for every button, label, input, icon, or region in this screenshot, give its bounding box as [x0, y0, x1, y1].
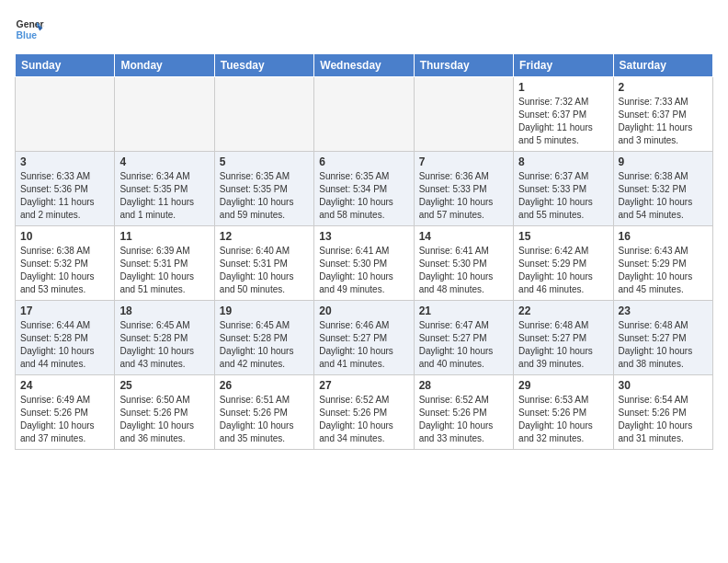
- day-info: Sunrise: 6:54 AM Sunset: 5:26 PM Dayligh…: [619, 394, 708, 445]
- calendar-cell: 3Sunrise: 6:33 AM Sunset: 5:36 PM Daylig…: [16, 152, 115, 226]
- day-info: Sunrise: 6:46 AM Sunset: 5:27 PM Dayligh…: [319, 319, 408, 371]
- day-info: Sunrise: 6:50 AM Sunset: 5:26 PM Dayligh…: [119, 394, 209, 445]
- week-row-4: 17Sunrise: 6:44 AM Sunset: 5:28 PM Dayli…: [16, 301, 713, 375]
- day-number: 15: [518, 230, 608, 243]
- day-number: 29: [518, 379, 608, 392]
- page-header: General Blue: [15, 15, 713, 44]
- day-info: Sunrise: 6:43 AM Sunset: 5:29 PM Dayligh…: [619, 245, 708, 296]
- day-number: 24: [20, 379, 109, 392]
- day-number: 22: [518, 304, 608, 317]
- calendar-cell: 13Sunrise: 6:41 AM Sunset: 5:30 PM Dayli…: [314, 226, 414, 301]
- day-number: 20: [319, 304, 408, 317]
- weekday-header-row: SundayMondayTuesdayWednesdayThursdayFrid…: [16, 54, 713, 77]
- calendar-cell: 12Sunrise: 6:40 AM Sunset: 5:31 PM Dayli…: [214, 226, 313, 301]
- calendar-cell: 26Sunrise: 6:51 AM Sunset: 5:26 PM Dayli…: [214, 375, 313, 450]
- calendar-cell: 5Sunrise: 6:35 AM Sunset: 5:35 PM Daylig…: [214, 152, 313, 226]
- day-number: 13: [319, 230, 408, 243]
- day-info: Sunrise: 6:52 AM Sunset: 5:26 PM Dayligh…: [319, 394, 408, 445]
- day-info: Sunrise: 6:48 AM Sunset: 5:27 PM Dayligh…: [619, 319, 708, 371]
- day-number: 30: [619, 379, 708, 392]
- day-number: 8: [518, 155, 608, 168]
- calendar-cell: 4Sunrise: 6:34 AM Sunset: 5:35 PM Daylig…: [115, 152, 214, 226]
- calendar-cell: 16Sunrise: 6:43 AM Sunset: 5:29 PM Dayli…: [613, 226, 712, 301]
- svg-text:Blue: Blue: [17, 30, 38, 40]
- day-number: 14: [419, 230, 508, 243]
- calendar-cell: 18Sunrise: 6:45 AM Sunset: 5:28 PM Dayli…: [115, 301, 214, 375]
- calendar-cell: 9Sunrise: 6:38 AM Sunset: 5:32 PM Daylig…: [613, 152, 712, 226]
- day-number: 7: [419, 155, 508, 168]
- day-info: Sunrise: 6:33 AM Sunset: 5:36 PM Dayligh…: [20, 170, 109, 222]
- calendar-cell: 27Sunrise: 6:52 AM Sunset: 5:26 PM Dayli…: [314, 375, 414, 450]
- day-number: 19: [220, 304, 309, 317]
- day-number: 25: [119, 379, 209, 392]
- day-number: 4: [119, 155, 209, 168]
- weekday-header-wednesday: Wednesday: [314, 54, 414, 77]
- day-number: 2: [619, 81, 708, 94]
- day-number: 16: [619, 230, 708, 243]
- day-info: Sunrise: 6:38 AM Sunset: 5:32 PM Dayligh…: [619, 170, 708, 222]
- calendar-cell: 15Sunrise: 6:42 AM Sunset: 5:29 PM Dayli…: [514, 226, 613, 301]
- day-number: 3: [20, 155, 109, 168]
- day-number: 6: [319, 155, 408, 168]
- day-number: 23: [619, 304, 708, 317]
- day-info: Sunrise: 7:33 AM Sunset: 6:37 PM Dayligh…: [619, 96, 708, 147]
- calendar-cell: 25Sunrise: 6:50 AM Sunset: 5:26 PM Dayli…: [115, 375, 214, 450]
- day-info: Sunrise: 6:38 AM Sunset: 5:32 PM Dayligh…: [20, 245, 109, 296]
- week-row-2: 3Sunrise: 6:33 AM Sunset: 5:36 PM Daylig…: [16, 152, 713, 226]
- calendar-cell: [115, 77, 214, 152]
- calendar-cell: 8Sunrise: 6:37 AM Sunset: 5:33 PM Daylig…: [514, 152, 613, 226]
- weekday-header-thursday: Thursday: [414, 54, 513, 77]
- week-row-3: 10Sunrise: 6:38 AM Sunset: 5:32 PM Dayli…: [16, 226, 713, 301]
- day-info: Sunrise: 6:35 AM Sunset: 5:34 PM Dayligh…: [319, 170, 408, 222]
- day-number: 5: [220, 155, 309, 168]
- day-number: 10: [20, 230, 109, 243]
- day-info: Sunrise: 6:49 AM Sunset: 5:26 PM Dayligh…: [20, 394, 109, 445]
- calendar-cell: 14Sunrise: 6:41 AM Sunset: 5:30 PM Dayli…: [414, 226, 513, 301]
- calendar-cell: 2Sunrise: 7:33 AM Sunset: 6:37 PM Daylig…: [613, 77, 712, 152]
- day-number: 18: [119, 304, 209, 317]
- day-info: Sunrise: 6:45 AM Sunset: 5:28 PM Dayligh…: [220, 319, 309, 371]
- weekday-header-saturday: Saturday: [613, 54, 712, 77]
- calendar-cell: 21Sunrise: 6:47 AM Sunset: 5:27 PM Dayli…: [414, 301, 513, 375]
- calendar-cell: 30Sunrise: 6:54 AM Sunset: 5:26 PM Dayli…: [613, 375, 712, 450]
- calendar-cell: 17Sunrise: 6:44 AM Sunset: 5:28 PM Dayli…: [16, 301, 115, 375]
- day-number: 11: [119, 230, 209, 243]
- day-info: Sunrise: 7:32 AM Sunset: 6:37 PM Dayligh…: [518, 96, 608, 147]
- day-info: Sunrise: 6:35 AM Sunset: 5:35 PM Dayligh…: [220, 170, 309, 222]
- day-info: Sunrise: 6:37 AM Sunset: 5:33 PM Dayligh…: [518, 170, 608, 222]
- weekday-header-sunday: Sunday: [16, 54, 115, 77]
- day-info: Sunrise: 6:36 AM Sunset: 5:33 PM Dayligh…: [419, 170, 508, 222]
- logo-icon: General Blue: [15, 15, 44, 44]
- day-number: 28: [419, 379, 508, 392]
- day-info: Sunrise: 6:51 AM Sunset: 5:26 PM Dayligh…: [220, 394, 309, 445]
- day-info: Sunrise: 6:40 AM Sunset: 5:31 PM Dayligh…: [220, 245, 309, 296]
- calendar-cell: 10Sunrise: 6:38 AM Sunset: 5:32 PM Dayli…: [16, 226, 115, 301]
- day-info: Sunrise: 6:53 AM Sunset: 5:26 PM Dayligh…: [518, 394, 608, 445]
- day-number: 9: [619, 155, 708, 168]
- weekday-header-monday: Monday: [115, 54, 214, 77]
- calendar-cell: [314, 77, 414, 152]
- calendar-cell: 6Sunrise: 6:35 AM Sunset: 5:34 PM Daylig…: [314, 152, 414, 226]
- day-info: Sunrise: 6:42 AM Sunset: 5:29 PM Dayligh…: [518, 245, 608, 296]
- logo: General Blue: [15, 15, 44, 44]
- calendar-cell: 1Sunrise: 7:32 AM Sunset: 6:37 PM Daylig…: [514, 77, 613, 152]
- calendar-cell: 19Sunrise: 6:45 AM Sunset: 5:28 PM Dayli…: [214, 301, 313, 375]
- calendar-cell: 7Sunrise: 6:36 AM Sunset: 5:33 PM Daylig…: [414, 152, 513, 226]
- calendar-cell: 23Sunrise: 6:48 AM Sunset: 5:27 PM Dayli…: [613, 301, 712, 375]
- day-number: 26: [220, 379, 309, 392]
- calendar-cell: [414, 77, 513, 152]
- day-info: Sunrise: 6:41 AM Sunset: 5:30 PM Dayligh…: [419, 245, 508, 296]
- day-info: Sunrise: 6:48 AM Sunset: 5:27 PM Dayligh…: [518, 319, 608, 371]
- day-number: 12: [220, 230, 309, 243]
- day-number: 17: [20, 304, 109, 317]
- day-number: 27: [319, 379, 408, 392]
- calendar-cell: [214, 77, 313, 152]
- calendar-cell: 24Sunrise: 6:49 AM Sunset: 5:26 PM Dayli…: [16, 375, 115, 450]
- calendar-cell: 11Sunrise: 6:39 AM Sunset: 5:31 PM Dayli…: [115, 226, 214, 301]
- day-info: Sunrise: 6:45 AM Sunset: 5:28 PM Dayligh…: [119, 319, 209, 371]
- weekday-header-friday: Friday: [514, 54, 613, 77]
- day-info: Sunrise: 6:34 AM Sunset: 5:35 PM Dayligh…: [119, 170, 209, 222]
- day-info: Sunrise: 6:47 AM Sunset: 5:27 PM Dayligh…: [419, 319, 508, 371]
- calendar-cell: [16, 77, 115, 152]
- day-number: 1: [518, 81, 608, 94]
